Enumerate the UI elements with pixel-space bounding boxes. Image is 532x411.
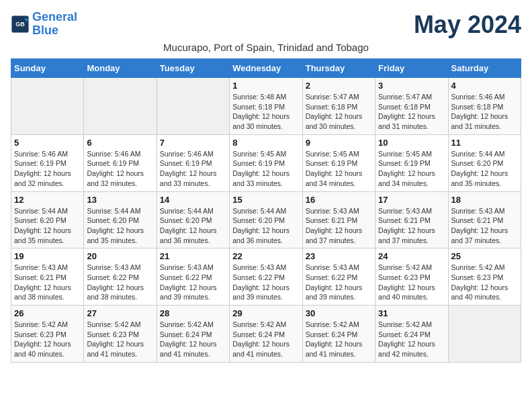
logo-line2: Blue	[32, 24, 58, 37]
calendar-cell: 15Sunrise: 5:44 AMSunset: 6:20 PMDayligh…	[230, 191, 302, 248]
calendar-cell: 19Sunrise: 5:43 AMSunset: 6:21 PMDayligh…	[11, 248, 84, 306]
day-info: Sunrise: 5:42 AMSunset: 6:24 PMDaylight:…	[306, 320, 372, 359]
day-number: 29	[232, 308, 299, 318]
calendar-cell: 20Sunrise: 5:43 AMSunset: 6:22 PMDayligh…	[84, 248, 157, 306]
day-info: Sunrise: 5:42 AMSunset: 6:24 PMDaylight:…	[232, 320, 299, 359]
day-number: 8	[232, 138, 299, 148]
calendar-cell: 3Sunrise: 5:47 AMSunset: 6:18 PMDaylight…	[375, 78, 448, 135]
calendar-cell: 14Sunrise: 5:44 AMSunset: 6:20 PMDayligh…	[157, 191, 229, 248]
day-number: 20	[87, 251, 153, 261]
day-number: 9	[306, 138, 372, 148]
day-number: 4	[451, 81, 518, 91]
day-header-sunday: Sunday	[11, 59, 84, 78]
calendar-cell: 28Sunrise: 5:42 AMSunset: 6:24 PMDayligh…	[157, 306, 229, 363]
calendar-cell	[157, 78, 229, 135]
day-number: 5	[14, 138, 81, 148]
day-number: 1	[232, 81, 299, 91]
day-info: Sunrise: 5:47 AMSunset: 6:18 PMDaylight:…	[378, 92, 445, 132]
day-number: 26	[14, 308, 81, 318]
day-info: Sunrise: 5:44 AMSunset: 6:20 PMDaylight:…	[451, 149, 518, 189]
calendar-cell: 2Sunrise: 5:47 AMSunset: 6:18 PMDaylight…	[302, 78, 375, 135]
day-number: 2	[306, 81, 372, 91]
calendar-cell: 17Sunrise: 5:43 AMSunset: 6:21 PMDayligh…	[375, 191, 448, 248]
day-number: 18	[451, 195, 518, 205]
day-info: Sunrise: 5:42 AMSunset: 6:23 PMDaylight:…	[378, 263, 445, 302]
calendar-cell: 24Sunrise: 5:42 AMSunset: 6:23 PMDayligh…	[375, 248, 448, 306]
calendar-cell: 5Sunrise: 5:46 AMSunset: 6:19 PMDaylight…	[11, 134, 84, 191]
header-row: SundayMondayTuesdayWednesdayThursdayFrid…	[11, 59, 521, 78]
location-title: Mucurapo, Port of Spain, Trinidad and To…	[11, 42, 521, 53]
day-number: 21	[160, 251, 226, 261]
calendar-cell: 31Sunrise: 5:42 AMSunset: 6:24 PMDayligh…	[375, 306, 448, 363]
day-number: 10	[378, 138, 445, 148]
calendar-cell: 9Sunrise: 5:45 AMSunset: 6:19 PMDaylight…	[302, 134, 375, 191]
day-number: 28	[160, 308, 226, 318]
day-info: Sunrise: 5:46 AMSunset: 6:19 PMDaylight:…	[87, 149, 153, 189]
day-info: Sunrise: 5:45 AMSunset: 6:19 PMDaylight:…	[306, 149, 372, 189]
day-number: 16	[306, 195, 372, 205]
day-info: Sunrise: 5:43 AMSunset: 6:22 PMDaylight:…	[306, 263, 372, 302]
day-header-friday: Friday	[375, 59, 448, 78]
calendar-cell: 29Sunrise: 5:42 AMSunset: 6:24 PMDayligh…	[230, 306, 302, 363]
week-row-2: 5Sunrise: 5:46 AMSunset: 6:19 PMDaylight…	[11, 134, 521, 191]
day-header-wednesday: Wednesday	[230, 59, 302, 78]
svg-text:GB: GB	[15, 21, 25, 28]
calendar-cell: 30Sunrise: 5:42 AMSunset: 6:24 PMDayligh…	[302, 306, 375, 363]
calendar-cell: 27Sunrise: 5:42 AMSunset: 6:23 PMDayligh…	[84, 306, 157, 363]
day-info: Sunrise: 5:42 AMSunset: 6:23 PMDaylight:…	[451, 263, 518, 302]
day-number: 6	[87, 138, 153, 148]
week-row-3: 12Sunrise: 5:44 AMSunset: 6:20 PMDayligh…	[11, 191, 521, 248]
day-number: 13	[87, 195, 153, 205]
calendar-cell: 16Sunrise: 5:43 AMSunset: 6:21 PMDayligh…	[302, 191, 375, 248]
day-info: Sunrise: 5:43 AMSunset: 6:21 PMDaylight:…	[14, 263, 81, 302]
day-header-tuesday: Tuesday	[157, 59, 229, 78]
day-number: 7	[160, 138, 226, 148]
day-number: 27	[87, 308, 153, 318]
day-number: 11	[451, 138, 518, 148]
day-info: Sunrise: 5:43 AMSunset: 6:22 PMDaylight:…	[232, 263, 299, 302]
header: GB General Blue May 2024	[11, 11, 521, 39]
day-info: Sunrise: 5:44 AMSunset: 6:20 PMDaylight:…	[14, 206, 81, 246]
day-info: Sunrise: 5:44 AMSunset: 6:20 PMDaylight:…	[232, 206, 299, 246]
month-title: May 2024	[414, 11, 521, 39]
day-header-monday: Monday	[84, 59, 157, 78]
calendar-cell: 7Sunrise: 5:46 AMSunset: 6:19 PMDaylight…	[157, 134, 229, 191]
day-info: Sunrise: 5:44 AMSunset: 6:20 PMDaylight:…	[87, 206, 153, 246]
calendar-cell	[448, 306, 521, 363]
day-info: Sunrise: 5:43 AMSunset: 6:22 PMDaylight:…	[160, 263, 226, 302]
calendar-cell: 13Sunrise: 5:44 AMSunset: 6:20 PMDayligh…	[84, 191, 157, 248]
day-info: Sunrise: 5:42 AMSunset: 6:23 PMDaylight:…	[87, 320, 153, 359]
calendar-cell: 22Sunrise: 5:43 AMSunset: 6:22 PMDayligh…	[230, 248, 302, 306]
day-info: Sunrise: 5:46 AMSunset: 6:19 PMDaylight:…	[160, 149, 226, 189]
logo-line1: General	[32, 10, 77, 24]
week-row-4: 19Sunrise: 5:43 AMSunset: 6:21 PMDayligh…	[11, 248, 521, 306]
calendar-cell: 1Sunrise: 5:48 AMSunset: 6:18 PMDaylight…	[230, 78, 302, 135]
day-number: 23	[306, 251, 372, 261]
day-number: 30	[306, 308, 372, 318]
calendar-cell: 11Sunrise: 5:44 AMSunset: 6:20 PMDayligh…	[448, 134, 521, 191]
day-info: Sunrise: 5:42 AMSunset: 6:24 PMDaylight:…	[378, 320, 445, 359]
day-number: 19	[14, 251, 81, 261]
logo-text: General Blue	[32, 11, 77, 38]
calendar-cell: 6Sunrise: 5:46 AMSunset: 6:19 PMDaylight…	[84, 134, 157, 191]
calendar-cell: 4Sunrise: 5:46 AMSunset: 6:18 PMDaylight…	[448, 78, 521, 135]
day-number: 17	[378, 195, 445, 205]
day-info: Sunrise: 5:42 AMSunset: 6:24 PMDaylight:…	[160, 320, 226, 359]
day-info: Sunrise: 5:47 AMSunset: 6:18 PMDaylight:…	[306, 92, 372, 132]
calendar-cell: 26Sunrise: 5:42 AMSunset: 6:23 PMDayligh…	[11, 306, 84, 363]
day-number: 25	[451, 251, 518, 261]
day-info: Sunrise: 5:45 AMSunset: 6:19 PMDaylight:…	[232, 149, 299, 189]
logo: GB General Blue	[11, 11, 77, 38]
day-info: Sunrise: 5:43 AMSunset: 6:21 PMDaylight:…	[378, 206, 445, 246]
day-info: Sunrise: 5:45 AMSunset: 6:19 PMDaylight:…	[378, 149, 445, 189]
day-info: Sunrise: 5:46 AMSunset: 6:19 PMDaylight:…	[14, 149, 81, 189]
day-info: Sunrise: 5:43 AMSunset: 6:22 PMDaylight:…	[87, 263, 153, 302]
day-info: Sunrise: 5:42 AMSunset: 6:23 PMDaylight:…	[14, 320, 81, 359]
calendar-table: SundayMondayTuesdayWednesdayThursdayFrid…	[11, 58, 521, 363]
day-number: 15	[232, 195, 299, 205]
day-info: Sunrise: 5:43 AMSunset: 6:21 PMDaylight:…	[306, 206, 372, 246]
day-header-saturday: Saturday	[448, 59, 521, 78]
day-info: Sunrise: 5:46 AMSunset: 6:18 PMDaylight:…	[451, 92, 518, 132]
calendar-cell: 12Sunrise: 5:44 AMSunset: 6:20 PMDayligh…	[11, 191, 84, 248]
calendar-cell: 25Sunrise: 5:42 AMSunset: 6:23 PMDayligh…	[448, 248, 521, 306]
